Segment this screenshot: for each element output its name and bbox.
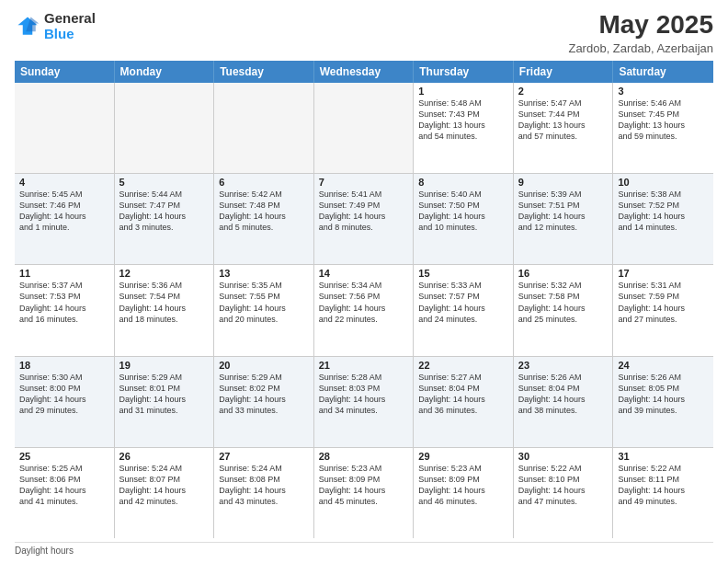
calendar-cell: 5Sunrise: 5:44 AM Sunset: 7:47 PM Daylig… [115, 174, 215, 264]
title-block: May 2025 Zardob, Zardab, Azerbaijan [568, 11, 713, 55]
cell-content: Sunrise: 5:48 AM Sunset: 7:43 PM Dayligh… [418, 98, 508, 143]
day-number: 2 [518, 86, 609, 97]
calendar-cell: 9Sunrise: 5:39 AM Sunset: 7:51 PM Daylig… [514, 174, 614, 264]
logo: General Blue [15, 11, 96, 41]
cell-content: Sunrise: 5:44 AM Sunset: 7:47 PM Dayligh… [119, 189, 210, 234]
cell-content: Sunrise: 5:31 AM Sunset: 7:59 PM Dayligh… [618, 280, 709, 325]
month-year: May 2025 [568, 11, 713, 40]
day-number: 22 [418, 360, 508, 371]
calendar-cell: 22Sunrise: 5:27 AM Sunset: 8:04 PM Dayli… [414, 357, 514, 447]
calendar-cell: 25Sunrise: 5:25 AM Sunset: 8:06 PM Dayli… [15, 448, 115, 538]
calendar-cell: 4Sunrise: 5:45 AM Sunset: 7:46 PM Daylig… [15, 174, 115, 264]
day-number: 4 [19, 177, 109, 188]
cell-content: Sunrise: 5:22 AM Sunset: 8:11 PM Dayligh… [618, 463, 709, 508]
calendar-cell: 3Sunrise: 5:46 AM Sunset: 7:45 PM Daylig… [613, 83, 713, 173]
calendar-cell: 16Sunrise: 5:32 AM Sunset: 7:58 PM Dayli… [514, 265, 614, 355]
calendar-cell: 12Sunrise: 5:36 AM Sunset: 7:54 PM Dayli… [115, 265, 215, 355]
day-of-week-header: Monday [115, 61, 215, 83]
day-number: 12 [119, 268, 210, 279]
calendar-cell: 24Sunrise: 5:26 AM Sunset: 8:05 PM Dayli… [613, 357, 713, 447]
calendar-cell: 23Sunrise: 5:26 AM Sunset: 8:04 PM Dayli… [514, 357, 614, 447]
calendar-cell: 31Sunrise: 5:22 AM Sunset: 8:11 PM Dayli… [613, 448, 713, 538]
cell-content: Sunrise: 5:38 AM Sunset: 7:52 PM Dayligh… [618, 189, 709, 234]
calendar-cell: 10Sunrise: 5:38 AM Sunset: 7:52 PM Dayli… [613, 174, 713, 264]
calendar-body: 1Sunrise: 5:48 AM Sunset: 7:43 PM Daylig… [15, 83, 713, 538]
cell-content: Sunrise: 5:22 AM Sunset: 8:10 PM Dayligh… [518, 463, 609, 508]
cell-content: Sunrise: 5:28 AM Sunset: 8:03 PM Dayligh… [319, 372, 409, 417]
day-number: 25 [19, 451, 109, 462]
day-number: 11 [19, 268, 109, 279]
day-number: 10 [618, 177, 709, 188]
calendar-cell: 28Sunrise: 5:23 AM Sunset: 8:09 PM Dayli… [314, 448, 415, 538]
footer-note: Daylight hours [15, 542, 713, 556]
calendar-row: 25Sunrise: 5:25 AM Sunset: 8:06 PM Dayli… [15, 448, 713, 538]
calendar-row: 1Sunrise: 5:48 AM Sunset: 7:43 PM Daylig… [15, 83, 713, 174]
day-number: 26 [119, 451, 210, 462]
cell-content: Sunrise: 5:26 AM Sunset: 8:04 PM Dayligh… [518, 372, 609, 417]
day-number: 16 [518, 268, 609, 279]
calendar-page: General Blue May 2025 Zardob, Zardab, Az… [0, 0, 728, 563]
calendar-cell [115, 83, 215, 173]
day-number: 15 [418, 268, 508, 279]
cell-content: Sunrise: 5:40 AM Sunset: 7:50 PM Dayligh… [418, 189, 508, 234]
calendar-cell: 6Sunrise: 5:42 AM Sunset: 7:48 PM Daylig… [214, 174, 314, 264]
calendar-cell [314, 83, 415, 173]
cell-content: Sunrise: 5:34 AM Sunset: 7:56 PM Dayligh… [319, 280, 409, 325]
day-number: 17 [618, 268, 709, 279]
cell-content: Sunrise: 5:33 AM Sunset: 7:57 PM Dayligh… [418, 280, 508, 325]
day-number: 8 [418, 177, 508, 188]
cell-content: Sunrise: 5:23 AM Sunset: 8:09 PM Dayligh… [418, 463, 508, 508]
calendar-cell: 2Sunrise: 5:47 AM Sunset: 7:44 PM Daylig… [514, 83, 614, 173]
cell-content: Sunrise: 5:45 AM Sunset: 7:46 PM Dayligh… [19, 189, 109, 234]
cell-content: Sunrise: 5:42 AM Sunset: 7:48 PM Dayligh… [219, 189, 309, 234]
day-number: 6 [219, 177, 309, 188]
day-of-week-header: Saturday [613, 61, 713, 83]
calendar-cell: 18Sunrise: 5:30 AM Sunset: 8:00 PM Dayli… [15, 357, 115, 447]
cell-content: Sunrise: 5:30 AM Sunset: 8:00 PM Dayligh… [19, 372, 109, 417]
day-number: 23 [518, 360, 609, 371]
day-of-week-header: Wednesday [314, 61, 415, 83]
cell-content: Sunrise: 5:25 AM Sunset: 8:06 PM Dayligh… [19, 463, 109, 508]
cell-content: Sunrise: 5:23 AM Sunset: 8:09 PM Dayligh… [319, 463, 409, 508]
calendar-cell: 30Sunrise: 5:22 AM Sunset: 8:10 PM Dayli… [514, 448, 614, 538]
cell-content: Sunrise: 5:29 AM Sunset: 8:01 PM Dayligh… [119, 372, 210, 417]
day-number: 29 [418, 451, 508, 462]
location: Zardob, Zardab, Azerbaijan [568, 41, 713, 55]
cell-content: Sunrise: 5:39 AM Sunset: 7:51 PM Dayligh… [518, 189, 609, 234]
day-number: 19 [119, 360, 210, 371]
calendar-cell: 19Sunrise: 5:29 AM Sunset: 8:01 PM Dayli… [115, 357, 215, 447]
logo-text: General Blue [44, 11, 96, 41]
calendar-row: 4Sunrise: 5:45 AM Sunset: 7:46 PM Daylig… [15, 174, 713, 265]
calendar: SundayMondayTuesdayWednesdayThursdayFrid… [15, 61, 713, 538]
day-number: 18 [19, 360, 109, 371]
day-of-week-header: Sunday [15, 61, 115, 83]
logo-icon [15, 14, 40, 40]
calendar-cell [214, 83, 314, 173]
calendar-cell: 27Sunrise: 5:24 AM Sunset: 8:08 PM Dayli… [214, 448, 314, 538]
cell-content: Sunrise: 5:24 AM Sunset: 8:07 PM Dayligh… [119, 463, 210, 508]
cell-content: Sunrise: 5:27 AM Sunset: 8:04 PM Dayligh… [418, 372, 508, 417]
calendar-row: 11Sunrise: 5:37 AM Sunset: 7:53 PM Dayli… [15, 265, 713, 356]
day-of-week-header: Tuesday [214, 61, 314, 83]
day-number: 13 [219, 268, 309, 279]
calendar-cell: 14Sunrise: 5:34 AM Sunset: 7:56 PM Dayli… [314, 265, 415, 355]
day-number: 14 [319, 268, 409, 279]
header: General Blue May 2025 Zardob, Zardab, Az… [15, 11, 713, 55]
calendar-cell: 7Sunrise: 5:41 AM Sunset: 7:49 PM Daylig… [314, 174, 415, 264]
calendar-cell: 17Sunrise: 5:31 AM Sunset: 7:59 PM Dayli… [613, 265, 713, 355]
calendar-cell: 13Sunrise: 5:35 AM Sunset: 7:55 PM Dayli… [214, 265, 314, 355]
cell-content: Sunrise: 5:24 AM Sunset: 8:08 PM Dayligh… [219, 463, 309, 508]
cell-content: Sunrise: 5:41 AM Sunset: 7:49 PM Dayligh… [319, 189, 409, 234]
day-number: 9 [518, 177, 609, 188]
cell-content: Sunrise: 5:47 AM Sunset: 7:44 PM Dayligh… [518, 98, 609, 143]
calendar-cell: 20Sunrise: 5:29 AM Sunset: 8:02 PM Dayli… [214, 357, 314, 447]
day-number: 24 [618, 360, 709, 371]
calendar-cell: 1Sunrise: 5:48 AM Sunset: 7:43 PM Daylig… [414, 83, 514, 173]
day-number: 3 [618, 86, 709, 97]
cell-content: Sunrise: 5:26 AM Sunset: 8:05 PM Dayligh… [618, 372, 709, 417]
calendar-cell: 15Sunrise: 5:33 AM Sunset: 7:57 PM Dayli… [414, 265, 514, 355]
cell-content: Sunrise: 5:29 AM Sunset: 8:02 PM Dayligh… [219, 372, 309, 417]
day-number: 7 [319, 177, 409, 188]
day-number: 20 [219, 360, 309, 371]
day-number: 27 [219, 451, 309, 462]
